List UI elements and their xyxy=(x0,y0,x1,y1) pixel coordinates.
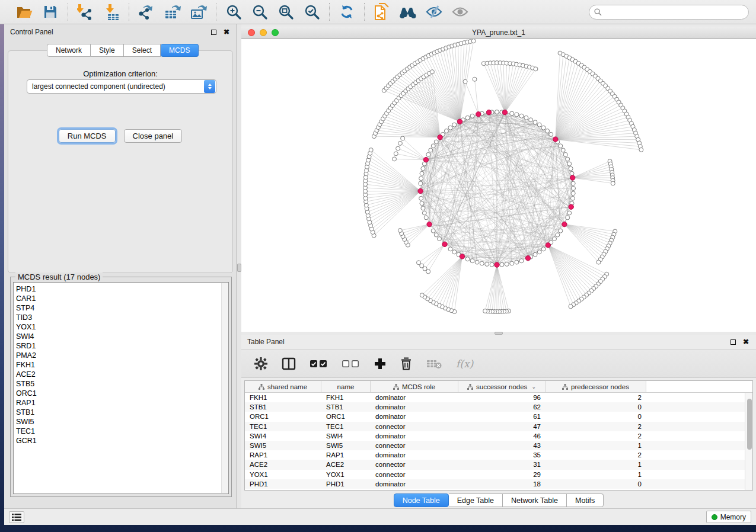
add-column-icon[interactable] xyxy=(374,355,386,373)
mcds-result-item[interactable]: PHD1 xyxy=(16,284,228,294)
mcds-result-item[interactable]: RAP1 xyxy=(16,398,228,408)
cell-successor_nodes: 61 xyxy=(458,413,546,420)
mcds-result-item[interactable]: TID3 xyxy=(16,313,228,322)
deselect-all-icon[interactable] xyxy=(342,355,360,373)
mcds-result-item[interactable]: SRD1 xyxy=(16,341,228,351)
table-row[interactable]: SWI5SWI5connector431 xyxy=(245,441,745,450)
delete-column-icon[interactable] xyxy=(400,355,412,373)
table-row[interactable]: PHD1PHD1dominator180 xyxy=(245,479,745,489)
mcds-result-item[interactable]: SWI5 xyxy=(16,417,228,427)
mcds-result-item[interactable]: TEC1 xyxy=(16,427,228,436)
cell-successor_nodes: 96 xyxy=(458,394,546,401)
task-history-button[interactable] xyxy=(9,511,24,523)
tab-network[interactable]: Network xyxy=(47,44,91,57)
zoom-in-icon[interactable] xyxy=(223,3,244,21)
refresh-icon[interactable] xyxy=(336,3,358,21)
tab-node-table[interactable]: Node Table xyxy=(394,493,449,507)
mcds-tab-content: Optimization criterion: largest connecte… xyxy=(8,50,233,273)
import-table-icon[interactable] xyxy=(101,3,122,21)
show-columns-icon[interactable] xyxy=(282,355,296,373)
mcds-result-item[interactable]: GCR1 xyxy=(16,436,228,446)
mcds-result-item[interactable]: PMA2 xyxy=(16,351,228,360)
search-input[interactable] xyxy=(605,8,744,16)
memory-button[interactable]: Memory xyxy=(706,511,751,523)
function-builder-icon[interactable]: f(x) xyxy=(456,355,473,373)
run-mcds-button[interactable]: Run MCDS xyxy=(59,129,116,143)
float-panel-icon[interactable] xyxy=(209,28,218,36)
network-canvas[interactable] xyxy=(241,39,756,332)
column-header-shared-name[interactable]: shared name xyxy=(245,381,321,392)
export-table-icon[interactable] xyxy=(162,3,183,21)
table-row[interactable]: ORC1ORC1dominator610 xyxy=(245,412,745,421)
header-filler xyxy=(646,381,752,392)
scrollbar-thumb[interactable] xyxy=(747,399,752,450)
mcds-result-item[interactable]: ACE2 xyxy=(16,370,228,379)
search-field[interactable] xyxy=(589,5,749,20)
import-network-icon[interactable] xyxy=(75,3,96,21)
tab-network-table[interactable]: Network Table xyxy=(503,493,567,507)
mcds-result-item[interactable]: SWI4 xyxy=(16,332,228,341)
table-scrollbar[interactable] xyxy=(745,393,752,490)
mcds-list-scrollbar[interactable] xyxy=(221,283,228,493)
cell-shared_name: ORC1 xyxy=(245,413,321,420)
table-settings-icon[interactable] xyxy=(254,355,267,373)
table-row[interactable]: SWI4SWI4dominator462 xyxy=(245,431,745,441)
mcds-result-item[interactable]: CAR1 xyxy=(16,294,228,303)
optimization-criterion-select[interactable]: largest connected component (undirected) xyxy=(27,79,216,94)
mcds-result-item[interactable]: STB5 xyxy=(16,379,228,389)
splitter-handle[interactable] xyxy=(237,264,241,272)
close-panel-icon[interactable]: ✖ xyxy=(222,28,231,36)
cell-mcds_role: dominator xyxy=(371,394,458,401)
export-network-icon[interactable] xyxy=(136,3,157,21)
network-graph[interactable] xyxy=(241,39,756,332)
table-row[interactable]: FKH1FKH1dominator962 xyxy=(245,393,745,402)
zoom-out-icon[interactable] xyxy=(249,3,270,21)
select-all-icon[interactable] xyxy=(310,355,328,373)
zoom-selected-icon[interactable] xyxy=(301,3,323,21)
tab-mcds[interactable]: MCDS xyxy=(161,44,199,57)
table-row[interactable]: STB1STB1dominator620 xyxy=(245,402,745,412)
control-panel: Control Panel ✖ NetworkStyleSelectMCDS O… xyxy=(4,24,237,508)
table-row[interactable]: ACE2ACE2connector311 xyxy=(245,460,745,469)
column-header-predecessor-nodes[interactable]: predecessor nodes xyxy=(546,381,646,392)
tab-style[interactable]: Style xyxy=(91,44,124,57)
vertical-splitter[interactable] xyxy=(237,24,241,508)
table-tabs: Node TableEdge TableNetwork TableMotifs xyxy=(241,493,756,507)
network-window-titlebar[interactable]: YPA_prune.txt_1 xyxy=(241,27,756,39)
network-document-icon[interactable] xyxy=(371,3,393,21)
mcds-result-item[interactable]: STP4 xyxy=(16,303,228,313)
export-image-icon[interactable] xyxy=(188,3,209,21)
mcds-result-item[interactable]: FKH1 xyxy=(16,360,228,370)
show-graphics-icon[interactable] xyxy=(449,3,471,21)
sort-indicator-icon[interactable]: ⌄ xyxy=(531,384,536,390)
tab-edge-table[interactable]: Edge Table xyxy=(449,493,503,507)
network-window-title: YPA_prune.txt_1 xyxy=(241,28,756,37)
cell-predecessor_nodes: 1 xyxy=(546,442,646,449)
mcds-result-item[interactable]: ORC1 xyxy=(16,389,228,398)
zoom-fit-icon[interactable] xyxy=(275,3,296,21)
delete-table-icon[interactable] xyxy=(426,355,442,373)
mcds-result-list[interactable]: PHD1CAR1STP4TID3YOX1SWI4SRD1PMA2FKH1ACE2… xyxy=(13,282,229,494)
tab-motifs[interactable]: Motifs xyxy=(567,493,604,507)
binoculars-icon[interactable] xyxy=(397,3,419,21)
mcds-result-title: MCDS result (17 nodes) xyxy=(15,273,103,281)
cell-mcds_role: dominator xyxy=(371,432,458,440)
column-header-name[interactable]: name xyxy=(321,381,371,392)
close-panel-icon[interactable]: ✖ xyxy=(742,338,750,346)
cell-shared_name: YOX1 xyxy=(245,471,321,478)
cell-mcds_role: dominator xyxy=(371,403,458,411)
cell-shared_name: PHD1 xyxy=(245,480,321,488)
save-session-icon[interactable] xyxy=(40,3,61,21)
column-header-successor-nodes[interactable]: successor nodes⌄ xyxy=(458,381,546,392)
table-row[interactable]: TEC1TEC1connector472 xyxy=(245,422,745,431)
open-file-icon[interactable] xyxy=(14,3,35,21)
column-header-MCDS-role[interactable]: MCDS role xyxy=(371,381,458,392)
float-panel-icon[interactable] xyxy=(729,338,737,346)
mcds-result-item[interactable]: YOX1 xyxy=(16,322,228,332)
hide-graphics-icon[interactable] xyxy=(423,3,445,21)
close-panel-button[interactable]: Close panel xyxy=(124,129,183,143)
mcds-result-item[interactable]: STB1 xyxy=(16,408,228,417)
tab-select[interactable]: Select xyxy=(124,44,161,57)
table-row[interactable]: YOX1YOX1connector291 xyxy=(245,470,745,479)
table-row[interactable]: RAP1RAP1dominator352 xyxy=(245,450,745,460)
